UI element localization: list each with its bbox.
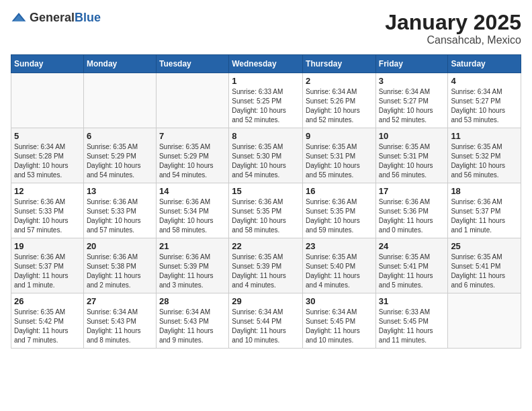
calendar-cell: 12Sunrise: 6:36 AM Sunset: 5:33 PM Dayli… [11,183,84,238]
day-number: 12 [14,186,81,196]
calendar-cell: 22Sunrise: 6:35 AM Sunset: 5:39 PM Dayli… [229,238,303,293]
logo: GeneralBlue [11,11,101,25]
day-number: 2 [306,76,373,86]
weekday-header-monday: Monday [83,55,156,73]
day-info: Sunrise: 6:36 AM Sunset: 5:33 PM Dayligh… [14,197,81,235]
day-info: Sunrise: 6:33 AM Sunset: 5:25 PM Dayligh… [232,87,300,125]
calendar-cell: 18Sunrise: 6:36 AM Sunset: 5:37 PM Dayli… [448,183,521,238]
calendar-cell [156,73,228,128]
day-info: Sunrise: 6:34 AM Sunset: 5:43 PM Dayligh… [87,308,153,345]
day-info: Sunrise: 6:34 AM Sunset: 5:43 PM Dayligh… [159,308,226,345]
day-number: 21 [159,241,226,251]
day-info: Sunrise: 6:35 AM Sunset: 5:30 PM Dayligh… [232,142,300,180]
calendar-cell [11,73,84,128]
day-number: 3 [379,76,445,86]
calendar-cell: 30Sunrise: 6:34 AM Sunset: 5:45 PM Dayli… [303,293,376,349]
day-number: 14 [159,186,226,196]
day-number: 6 [87,131,153,141]
calendar-cell: 15Sunrise: 6:36 AM Sunset: 5:35 PM Dayli… [229,183,303,238]
day-info: Sunrise: 6:36 AM Sunset: 5:37 PM Dayligh… [14,253,81,290]
calendar-cell: 29Sunrise: 6:34 AM Sunset: 5:44 PM Dayli… [229,293,303,349]
day-info: Sunrise: 6:34 AM Sunset: 5:45 PM Dayligh… [306,308,373,345]
calendar-cell: 3Sunrise: 6:34 AM Sunset: 5:27 PM Daylig… [375,73,448,128]
calendar-cell: 13Sunrise: 6:36 AM Sunset: 5:33 PM Dayli… [83,183,156,238]
day-number: 26 [14,296,81,306]
calendar-cell: 19Sunrise: 6:36 AM Sunset: 5:37 PM Dayli… [11,238,84,293]
calendar-cell: 23Sunrise: 6:35 AM Sunset: 5:40 PM Dayli… [303,238,376,293]
day-number: 23 [306,241,373,251]
day-info: Sunrise: 6:36 AM Sunset: 5:38 PM Dayligh… [87,253,153,290]
day-number: 19 [14,241,81,251]
day-number: 11 [451,131,518,141]
calendar-cell: 9Sunrise: 6:35 AM Sunset: 5:31 PM Daylig… [303,128,376,183]
day-info: Sunrise: 6:35 AM Sunset: 5:41 PM Dayligh… [379,253,445,290]
logo-icon [11,11,27,25]
day-info: Sunrise: 6:34 AM Sunset: 5:27 PM Dayligh… [379,87,445,125]
calendar-body: 1Sunrise: 6:33 AM Sunset: 5:25 PM Daylig… [11,73,521,349]
calendar-week-5: 26Sunrise: 6:35 AM Sunset: 5:42 PM Dayli… [11,293,521,349]
day-number: 15 [232,186,300,196]
day-info: Sunrise: 6:35 AM Sunset: 5:39 PM Dayligh… [232,253,300,290]
calendar-table: SundayMondayTuesdayWednesdayThursdayFrid… [11,54,521,349]
calendar-cell: 26Sunrise: 6:35 AM Sunset: 5:42 PM Dayli… [11,293,84,349]
day-number: 31 [379,296,445,306]
day-number: 7 [159,131,226,141]
day-number: 18 [451,186,518,196]
day-number: 30 [306,296,373,306]
calendar-cell: 31Sunrise: 6:33 AM Sunset: 5:45 PM Dayli… [375,293,448,349]
day-info: Sunrise: 6:34 AM Sunset: 5:44 PM Dayligh… [232,308,300,345]
calendar-cell: 1Sunrise: 6:33 AM Sunset: 5:25 PM Daylig… [229,73,303,128]
calendar-week-3: 12Sunrise: 6:36 AM Sunset: 5:33 PM Dayli… [11,183,521,238]
weekday-header-wednesday: Wednesday [229,55,303,73]
day-info: Sunrise: 6:33 AM Sunset: 5:45 PM Dayligh… [379,308,445,345]
day-info: Sunrise: 6:35 AM Sunset: 5:29 PM Dayligh… [159,142,226,180]
calendar-week-4: 19Sunrise: 6:36 AM Sunset: 5:37 PM Dayli… [11,238,521,293]
calendar-cell: 17Sunrise: 6:36 AM Sunset: 5:36 PM Dayli… [375,183,448,238]
calendar-cell: 8Sunrise: 6:35 AM Sunset: 5:30 PM Daylig… [229,128,303,183]
day-info: Sunrise: 6:35 AM Sunset: 5:32 PM Dayligh… [451,142,518,180]
day-number: 10 [379,131,445,141]
day-number: 13 [87,186,153,196]
day-number: 8 [232,131,300,141]
calendar-title: January 2025 [385,11,521,34]
day-info: Sunrise: 6:36 AM Sunset: 5:35 PM Dayligh… [232,197,300,235]
day-number: 27 [87,296,153,306]
calendar-week-2: 5Sunrise: 6:34 AM Sunset: 5:28 PM Daylig… [11,128,521,183]
calendar-cell [83,73,156,128]
day-number: 9 [306,131,373,141]
calendar-cell: 21Sunrise: 6:36 AM Sunset: 5:39 PM Dayli… [156,238,228,293]
calendar-cell: 16Sunrise: 6:36 AM Sunset: 5:35 PM Dayli… [303,183,376,238]
calendar-week-1: 1Sunrise: 6:33 AM Sunset: 5:25 PM Daylig… [11,73,521,128]
weekday-header-sunday: Sunday [11,55,84,73]
day-info: Sunrise: 6:36 AM Sunset: 5:36 PM Dayligh… [379,197,445,235]
title-block: January 2025 Cansahcab, Mexico [385,11,521,46]
day-number: 17 [379,186,445,196]
day-number: 4 [451,76,518,86]
day-number: 24 [379,241,445,251]
day-info: Sunrise: 6:34 AM Sunset: 5:26 PM Dayligh… [306,87,373,125]
day-number: 22 [232,241,300,251]
calendar-cell: 14Sunrise: 6:36 AM Sunset: 5:34 PM Dayli… [156,183,228,238]
day-info: Sunrise: 6:35 AM Sunset: 5:42 PM Dayligh… [14,308,81,345]
day-info: Sunrise: 6:36 AM Sunset: 5:39 PM Dayligh… [159,253,226,290]
calendar-cell: 24Sunrise: 6:35 AM Sunset: 5:41 PM Dayli… [375,238,448,293]
day-info: Sunrise: 6:36 AM Sunset: 5:37 PM Dayligh… [451,197,518,235]
calendar-cell: 20Sunrise: 6:36 AM Sunset: 5:38 PM Dayli… [83,238,156,293]
weekday-header-row: SundayMondayTuesdayWednesdayThursdayFrid… [11,55,521,73]
day-number: 25 [451,241,518,251]
calendar-cell [448,293,521,349]
calendar-cell: 5Sunrise: 6:34 AM Sunset: 5:28 PM Daylig… [11,128,84,183]
day-number: 5 [14,131,81,141]
day-info: Sunrise: 6:34 AM Sunset: 5:28 PM Dayligh… [14,142,81,180]
day-info: Sunrise: 6:35 AM Sunset: 5:31 PM Dayligh… [379,142,445,180]
day-info: Sunrise: 6:34 AM Sunset: 5:27 PM Dayligh… [451,87,518,125]
calendar-cell: 4Sunrise: 6:34 AM Sunset: 5:27 PM Daylig… [448,73,521,128]
day-info: Sunrise: 6:35 AM Sunset: 5:40 PM Dayligh… [306,253,373,290]
weekday-header-friday: Friday [375,55,448,73]
calendar-subtitle: Cansahcab, Mexico [385,34,521,46]
day-number: 1 [232,76,300,86]
calendar-cell: 6Sunrise: 6:35 AM Sunset: 5:29 PM Daylig… [83,128,156,183]
day-number: 29 [232,296,300,306]
calendar-cell: 27Sunrise: 6:34 AM Sunset: 5:43 PM Dayli… [83,293,156,349]
calendar-cell: 7Sunrise: 6:35 AM Sunset: 5:29 PM Daylig… [156,128,228,183]
